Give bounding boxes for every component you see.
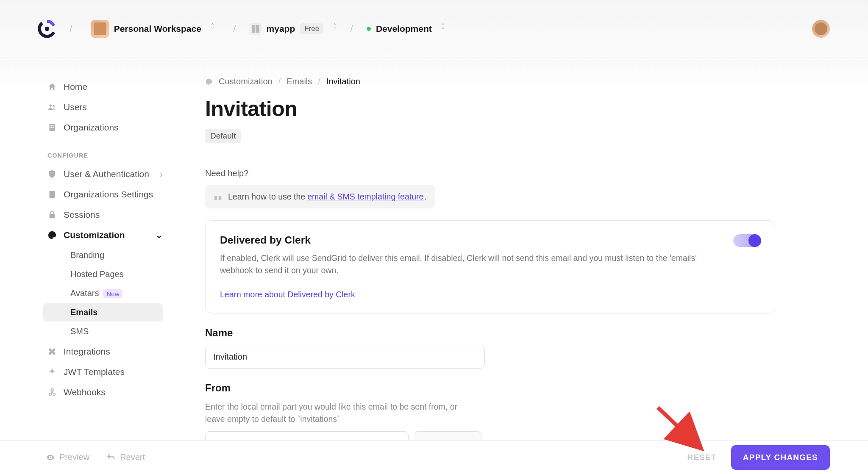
sidebar-item-label: User & Authentication [64,169,149,179]
sparkle-icon [47,367,57,377]
svg-point-12 [51,389,53,391]
svg-point-13 [50,457,51,458]
home-icon [47,82,57,91]
sidebar-item-webhooks[interactable]: Webhooks [47,382,163,402]
app-grid-icon [250,23,262,35]
sidebar-item-user-auth[interactable]: User & Authentication › [47,164,163,184]
svg-rect-8 [50,191,55,198]
lock-icon [47,210,57,219]
help-link[interactable]: email & SMS templating feature [307,192,423,202]
help-callout: Learn how to use the email & SMS templat… [205,185,435,208]
apply-changes-button[interactable]: APPLY CHANGES [731,445,830,470]
name-input[interactable] [205,346,485,369]
palette-icon [47,230,57,240]
sidebar-subitem-sms[interactable]: SMS [64,322,163,341]
svg-rect-5 [53,125,54,127]
sidebar-item-sessions[interactable]: Sessions [47,205,163,225]
breadcrumb-sep-icon: / [318,77,320,86]
preview-button[interactable]: Preview [46,452,89,462]
sidebar-item-label: Home [64,82,87,92]
book-icon [214,194,222,200]
app-switcher[interactable]: myapp Free ˄˅ [250,23,337,35]
undo-icon [106,453,116,462]
reset-button[interactable]: RESET [687,453,716,462]
environment-switcher[interactable]: Development ˄˅ [367,24,445,34]
from-domain-box [414,431,481,440]
chevron-updown-icon: ˄˅ [333,25,337,33]
svg-point-1 [50,105,52,107]
need-help-label: Need help? [205,169,775,178]
learn-more-link[interactable]: Learn more about Delivered by Clerk [220,290,355,299]
chevron-down-icon: ⌄ [156,230,163,240]
eye-icon [46,453,55,462]
workspace-switcher[interactable]: Personal Workspace ˄˅ [86,17,220,40]
help-text-prefix: Learn how to use the [228,192,305,202]
chevron-updown-icon: ˄˅ [441,25,445,33]
subitem-label: Branding [70,250,104,260]
puzzle-icon [47,347,57,356]
shield-icon [47,169,57,179]
toggle-knob [748,234,761,247]
revert-button[interactable]: Revert [106,452,145,462]
delivered-by-clerk-panel: Delivered by Clerk If enabled, Clerk wil… [205,220,775,313]
webhook-icon [47,388,57,397]
breadcrumb-sep-icon: / [64,23,78,35]
sidebar-subitem-emails[interactable]: Emails [43,303,163,322]
clerk-logo [38,20,56,38]
breadcrumb-emails[interactable]: Emails [287,77,312,86]
subitem-label: Avatars [70,288,99,298]
sidebar-item-label: Webhooks [64,387,106,397]
sidebar-item-users[interactable]: Users [47,97,163,117]
building-icon [47,190,57,199]
delivered-toggle[interactable] [733,234,760,247]
panel-description: If enabled, Clerk will use SendGrid to d… [220,252,712,277]
sidebar-item-label: Users [64,102,87,112]
sidebar-submenu-customization: Branding Hosted Pages AvatarsNew Emails … [47,246,163,341]
breadcrumb-sep-icon: / [278,77,281,86]
svg-point-0 [45,27,50,31]
chevron-right-icon: › [160,169,163,179]
from-helper-text: Enter the local email part you would lik… [205,401,476,426]
svg-rect-3 [50,124,55,131]
sidebar-item-jwt-templates[interactable]: JWT Templates [47,362,163,382]
breadcrumb-customization[interactable]: Customization [219,77,273,86]
subitem-label: SMS [70,327,89,336]
chevron-updown-icon: ˄˅ [211,25,214,33]
name-label: Name [205,327,775,339]
sidebar-item-label: Organizations [64,122,119,133]
sidebar-item-org-settings[interactable]: Organizations Settings [47,184,163,205]
sidebar-item-label: Integrations [64,346,110,357]
breadcrumb-sep-icon: / [344,23,359,35]
sidebar-item-label: Sessions [64,210,100,220]
app-name: myapp [267,24,295,34]
plan-pill: Free [300,23,323,34]
sidebar-item-customization[interactable]: Customization ⌄ [47,225,163,245]
panel-title: Delivered by Clerk [220,234,712,246]
sidebar-subitem-avatars[interactable]: AvatarsNew [64,284,163,302]
page-title: Invitation [205,97,775,121]
svg-rect-6 [50,127,52,128]
subitem-label: Emails [70,308,97,317]
svg-rect-9 [50,214,55,218]
workspace-avatar [91,20,109,38]
user-avatar-menu[interactable] [812,20,830,38]
sidebar-subitem-hosted-pages[interactable]: Hosted Pages [64,265,163,283]
breadcrumbs: Customization / Emails / Invitation [205,77,775,86]
sidebar-item-integrations[interactable]: Integrations [47,341,163,362]
sidebar: Home Users Organizations CONFIGURE User … [0,58,178,440]
sidebar-item-home[interactable]: Home [47,77,163,97]
sidebar-item-organizations[interactable]: Organizations [47,117,163,138]
breadcrumb-sep-icon: / [227,23,242,35]
environment-name: Development [376,24,432,34]
from-label: From [205,382,775,394]
sidebar-subitem-branding[interactable]: Branding [64,246,163,264]
from-input[interactable] [205,431,409,440]
users-icon [47,103,57,112]
palette-icon [205,78,213,86]
default-tag: Default [205,129,241,143]
breadcrumb-invitation: Invitation [326,77,360,86]
svg-rect-7 [53,127,54,128]
sidebar-section-configure: CONFIGURE [47,138,163,164]
main-content: Customization / Emails / Invitation Invi… [178,58,868,440]
svg-rect-4 [50,125,52,127]
